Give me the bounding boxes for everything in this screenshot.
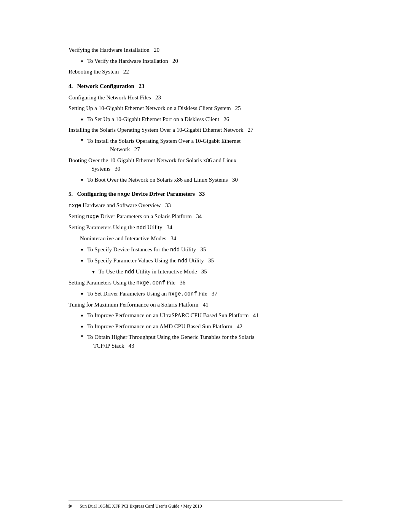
entry-label: Installing the Solaris Operating System … [68, 127, 253, 133]
bullet-icon: ▼ [80, 334, 84, 339]
bullet-icon: ▼ [80, 313, 84, 318]
toc-entry-tuning-max-perf: Tuning for Maximum Performance on a Sola… [68, 300, 342, 309]
bullet-icon: ▼ [80, 59, 84, 64]
section-number: 4. [68, 83, 77, 89]
footer-title: Sun Dual 10GbE XFP PCI Express Card User… [80, 503, 202, 509]
toc-entry-setting-nxge-driver: Setting nxge Driver Parameters on a Sola… [68, 212, 342, 221]
entry-label: To Obtain Higher Throughput Using the Ge… [87, 333, 342, 350]
entry-label: Noninteractive and Interactive Modes 34 [80, 235, 176, 241]
entry-label: Configuring the Network Host Files 23 [68, 94, 161, 101]
entry-label: To Improve Performance on an UltraSPARC … [87, 311, 342, 320]
footer-page-label: iv [68, 503, 72, 509]
entry-label: To Boot Over the Network on Solaris x86 … [87, 176, 342, 184]
verifying-block: Verifying the Hardware Installation 20 ▼… [68, 46, 342, 76]
toc-entry-verify-bullet: ▼ To Verify the Hardware Installation 20 [68, 57, 342, 66]
entry-label: nxge Hardware and Software Overview 33 [68, 202, 171, 208]
bullet-icon: ▼ [91, 270, 96, 274]
toc-entry-rebooting: Rebooting the System 22 [68, 67, 342, 76]
toc-entry-improve-ultrasparc: ▼ To Improve Performance on an UltraSPAR… [68, 311, 342, 320]
toc-entry-nxge-hw-sw: nxge Hardware and Software Overview 33 [68, 201, 342, 210]
entry-label: To Set Driver Parameters Using an nxge.c… [87, 289, 342, 298]
toc-entry-boot-over: ▼ To Boot Over the Network on Solaris x8… [68, 176, 342, 184]
toc-entry-setting-params-nxge-conf: Setting Parameters Using the nxge.conf F… [68, 278, 342, 287]
entry-label: Verifying the Hardware Installation 20 [68, 47, 159, 53]
toc-entry-set-driver-params: ▼ To Set Driver Parameters Using an nxge… [68, 289, 342, 298]
bullet-icon: ▼ [80, 117, 84, 122]
toc-entry-specify-param: ▼ To Specify Parameter Values Using the … [68, 256, 342, 265]
toc-entry-use-ndd: ▼ To Use the ndd Utility in Interactive … [68, 267, 342, 276]
toc-entry-config-network-host: Configuring the Network Host Files 23 [68, 93, 342, 102]
section-title: Configuring the nxge Device Driver Param… [77, 191, 205, 197]
entry-label: Booting Over the 10-Gigabit Ethernet Net… [68, 157, 237, 172]
entry-label: To Improve Performance on an AMD CPU Bas… [87, 322, 342, 331]
page-footer: iv Sun Dual 10GbE XFP PCI Express Card U… [68, 500, 342, 509]
entry-label: To Specify Device Instances for the ndd … [87, 245, 342, 254]
toc-entry-installing-solaris: Installing the Solaris Operating System … [68, 126, 342, 134]
section-5-block: nxge Hardware and Software Overview 33 S… [68, 201, 342, 350]
bullet-icon: ▼ [80, 178, 84, 182]
toc-entry-obtain-higher: ▼ To Obtain Higher Throughput Using the … [68, 333, 342, 350]
toc-entry-set-up-10gig: ▼ To Set Up a 10-Gigabit Ethernet Port o… [68, 115, 342, 124]
toc-entry-verifying-main: Verifying the Hardware Installation 20 [68, 46, 342, 54]
entry-label: To Set Up a 10-Gigabit Ethernet Port on … [87, 115, 342, 124]
entry-label: Setting Parameters Using the nxge.conf F… [68, 280, 185, 286]
entry-label: To Install the Solaris Operating System … [87, 137, 342, 154]
bullet-icon: ▼ [80, 292, 84, 296]
toc-entry-noninteractive: Noninteractive and Interactive Modes 34 [68, 234, 342, 243]
entry-label: To Verify the Hardware Installation 20 [87, 57, 342, 66]
toc-entry-specify-device: ▼ To Specify Device Instances for the nd… [68, 245, 342, 254]
entry-label: Tuning for Maximum Performance on a Sola… [68, 302, 209, 308]
page: Verifying the Hardware Installation 20 ▼… [0, 0, 411, 532]
toc-entry-improve-amd: ▼ To Improve Performance on an AMD CPU B… [68, 322, 342, 331]
bullet-icon: ▼ [80, 324, 84, 329]
toc-entry-setting-params-ndd: Setting Parameters Using the ndd Utility… [68, 223, 342, 232]
entry-label: Setting Parameters Using the ndd Utility… [68, 224, 172, 230]
entry-label: Setting nxge Driver Parameters on a Sola… [68, 213, 202, 219]
entry-label: Setting Up a 10-Gigabit Ethernet Network… [68, 105, 241, 111]
entry-label: To Specify Parameter Values Using the nd… [87, 256, 342, 265]
bullet-icon: ▼ [80, 248, 84, 252]
bullet-icon: ▼ [80, 259, 84, 263]
toc-entry-install-solaris: ▼ To Install the Solaris Operating Syste… [68, 137, 342, 154]
bullet-icon: ▼ [80, 138, 84, 142]
section-4-block: Configuring the Network Host Files 23 Se… [68, 93, 342, 184]
section-title: Network Configuration 23 [77, 83, 145, 89]
section-4-header: 4. Network Configuration 23 [68, 83, 342, 89]
section-number: 5. [68, 191, 77, 197]
toc-entry-booting-over: Booting Over the 10-Gigabit Ethernet Net… [68, 156, 342, 173]
entry-label: Rebooting the System 22 [68, 69, 129, 75]
entry-label: To Use the ndd Utility in Interactive Mo… [99, 267, 342, 276]
toc-entry-setting-up-10gig: Setting Up a 10-Gigabit Ethernet Network… [68, 104, 342, 113]
section-5-header: 5. Configuring the nxge Device Driver Pa… [68, 191, 342, 197]
